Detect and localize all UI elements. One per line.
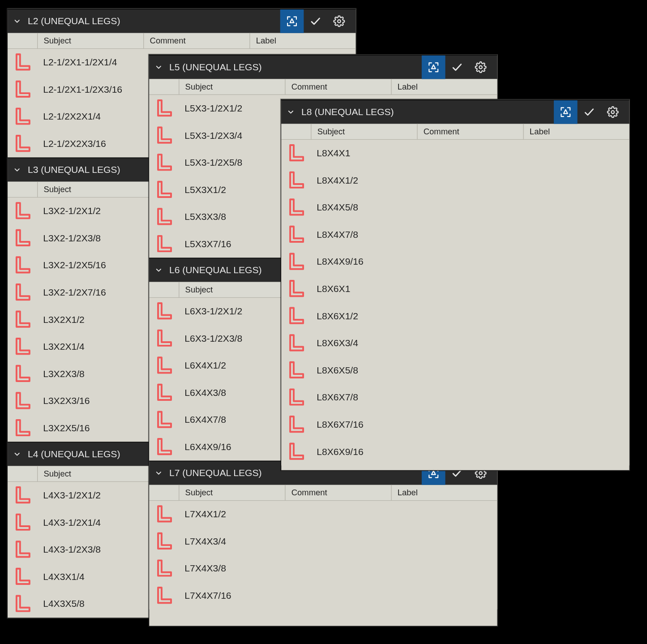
angle-icon bbox=[281, 333, 311, 354]
section-title: L4 (UNEQUAL LEGS) bbox=[28, 449, 120, 459]
table-row[interactable]: L8X6X3/4 bbox=[281, 330, 629, 357]
table-row[interactable]: L8X4X7/8 bbox=[281, 221, 629, 249]
col-comment: Comment bbox=[286, 79, 392, 94]
column-header: SubjectCommentLabel bbox=[149, 79, 497, 95]
subject-cell: L8X4X5/8 bbox=[311, 202, 629, 213]
chevron-down-icon bbox=[13, 165, 22, 175]
table-row[interactable]: L8X6X7/16 bbox=[281, 411, 629, 438]
angle-icon bbox=[8, 255, 37, 276]
gear-icon[interactable] bbox=[601, 100, 625, 124]
subject-cell: L8X6X7/16 bbox=[311, 420, 629, 430]
angle-icon bbox=[281, 441, 311, 462]
angle-icon bbox=[8, 539, 37, 560]
angle-icon bbox=[149, 558, 179, 579]
angle-icon bbox=[149, 98, 179, 119]
angle-icon bbox=[281, 305, 311, 326]
angle-icon bbox=[149, 504, 179, 525]
table-row[interactable]: L7X4X7/16 bbox=[149, 582, 497, 610]
section-title: L5 (UNEQUAL LEGS) bbox=[169, 62, 262, 73]
angle-icon bbox=[149, 301, 179, 322]
svg-point-0 bbox=[338, 20, 341, 23]
section-header[interactable]: L2 (UNEQUAL LEGS) bbox=[8, 9, 356, 33]
col-comment: Comment bbox=[418, 124, 524, 139]
column-header: SubjectCommentLabel bbox=[281, 124, 629, 140]
angle-icon bbox=[8, 512, 37, 533]
col-label: Label bbox=[524, 124, 630, 139]
section-header[interactable]: L5 (UNEQUAL LEGS) bbox=[149, 55, 497, 79]
rows: L7X4X1/2L7X4X3/4L7X4X3/8L7X4X7/16 bbox=[149, 501, 497, 609]
subject-cell: L7X4X3/4 bbox=[179, 536, 497, 547]
subject-cell: L8X4X9/16 bbox=[311, 257, 629, 267]
col-label: Label bbox=[250, 33, 356, 48]
column-header: SubjectCommentLabel bbox=[149, 485, 497, 501]
angle-icon bbox=[281, 360, 311, 381]
angle-icon bbox=[149, 585, 179, 606]
angle-icon bbox=[8, 391, 37, 412]
section-title: L3 (UNEQUAL LEGS) bbox=[28, 165, 120, 176]
angle-icon bbox=[149, 234, 179, 255]
angle-icon bbox=[8, 363, 37, 384]
chevron-down-icon bbox=[154, 468, 163, 478]
angle-icon bbox=[149, 382, 179, 404]
check-icon[interactable] bbox=[578, 100, 601, 124]
col-label: Label bbox=[392, 79, 497, 94]
subject-cell: L8X6X5/8 bbox=[311, 365, 629, 376]
expand-icon[interactable] bbox=[554, 100, 578, 124]
check-icon[interactable] bbox=[304, 9, 327, 33]
subject-cell: L7X4X3/8 bbox=[179, 563, 497, 574]
angle-icon bbox=[281, 197, 311, 218]
angle-icon bbox=[149, 206, 179, 228]
gear-icon[interactable] bbox=[469, 56, 493, 79]
table-row[interactable]: L8X4X1 bbox=[281, 140, 629, 167]
section-title: L7 (UNEQUAL LEGS) bbox=[169, 468, 262, 479]
angle-icon bbox=[8, 52, 37, 73]
angle-icon bbox=[8, 201, 37, 222]
subject-cell: L8X6X9/16 bbox=[311, 447, 629, 457]
table-row[interactable]: L8X6X1/2 bbox=[281, 303, 629, 330]
angle-icon bbox=[281, 224, 311, 245]
angle-icon bbox=[8, 485, 37, 506]
table-row[interactable]: L8X6X5/8 bbox=[281, 357, 629, 384]
angle-icon bbox=[281, 251, 311, 272]
angle-icon bbox=[8, 418, 37, 439]
subject-cell: L7X4X7/16 bbox=[179, 591, 497, 601]
col-subject: Subject bbox=[311, 124, 417, 139]
angle-icon bbox=[149, 531, 179, 552]
rows: L8X4X1L8X4X1/2L8X4X5/8L8X4X7/8L8X4X9/16L… bbox=[281, 140, 629, 465]
table-row[interactable]: L8X6X7/8 bbox=[281, 384, 629, 412]
svg-point-2 bbox=[479, 472, 482, 475]
angle-icon bbox=[149, 355, 179, 376]
angle-icon bbox=[8, 593, 37, 614]
table-row[interactable]: L7X4X1/2 bbox=[149, 501, 497, 528]
table-row[interactable]: L8X4X5/8 bbox=[281, 194, 629, 221]
table-row[interactable]: L7X4X3/8 bbox=[149, 555, 497, 583]
subject-cell: L8X4X7/8 bbox=[311, 229, 629, 240]
expand-icon[interactable] bbox=[280, 9, 304, 33]
angle-icon bbox=[149, 437, 179, 458]
col-comment: Comment bbox=[144, 33, 250, 48]
check-icon[interactable] bbox=[446, 56, 469, 79]
column-header: SubjectCommentLabel bbox=[8, 33, 356, 49]
table-row[interactable]: L8X6X9/16 bbox=[281, 438, 629, 466]
angle-icon bbox=[8, 228, 37, 249]
table-row[interactable]: L8X4X1/2 bbox=[281, 167, 629, 194]
table-row[interactable]: L7X4X3/4 bbox=[149, 528, 497, 555]
section-title: L8 (UNEQUAL LEGS) bbox=[301, 107, 394, 117]
col-subject: Subject bbox=[179, 79, 285, 94]
gear-icon[interactable] bbox=[327, 9, 351, 33]
angle-icon bbox=[149, 152, 179, 173]
angle-icon bbox=[281, 387, 311, 408]
table-row[interactable]: L8X6X1 bbox=[281, 275, 629, 303]
col-label: Label bbox=[392, 485, 497, 500]
section-header[interactable]: L8 (UNEQUAL LEGS) bbox=[281, 100, 629, 124]
angle-icon bbox=[8, 336, 37, 357]
angle-icon bbox=[149, 125, 179, 146]
expand-icon[interactable] bbox=[422, 56, 446, 79]
angle-icon bbox=[8, 309, 37, 330]
angle-icon bbox=[149, 328, 179, 349]
chevron-down-icon bbox=[13, 450, 22, 459]
subject-cell: L8X6X1 bbox=[311, 284, 629, 295]
subject-cell: L8X4X1 bbox=[311, 148, 629, 159]
chevron-down-icon bbox=[154, 266, 163, 275]
table-row[interactable]: L8X4X9/16 bbox=[281, 249, 629, 276]
